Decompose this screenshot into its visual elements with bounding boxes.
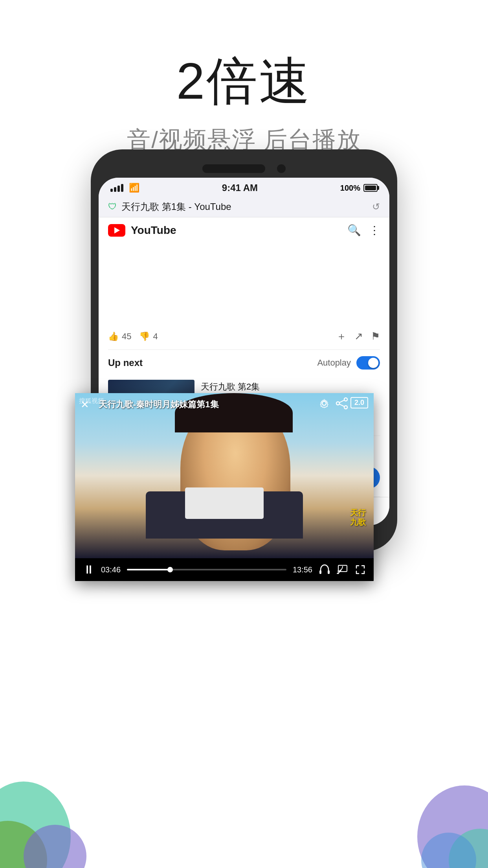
like-button[interactable]: 👍 45 [108, 331, 131, 342]
up-next-header: Up next Autoplay [108, 349, 380, 375]
status-time: 9:41 AM [222, 182, 258, 193]
signal-bar-4 [121, 184, 123, 192]
share-icon[interactable]: ↗ [354, 330, 363, 342]
svg-rect-18 [319, 570, 321, 574]
search-icon[interactable]: 🔍 [347, 224, 361, 237]
progress-dot [167, 567, 173, 572]
video-speed-indicator[interactable]: 2.0 [350, 397, 368, 408]
yt-logo-area: YouTube [108, 224, 176, 237]
url-text: 天行九歌 第1集 - YouTube [121, 200, 367, 213]
thumbs-down-icon: 👎 [139, 331, 150, 342]
signal-bar-2 [114, 187, 116, 192]
flag-icon[interactable]: ⚑ [371, 330, 380, 342]
autoplay-area: Autoplay [317, 356, 380, 370]
headphones-icon[interactable] [319, 564, 330, 576]
svg-point-12 [322, 401, 326, 405]
video-title-1: 天行九歌 第2集 [201, 381, 380, 393]
dislike-button[interactable]: 👎 4 [139, 331, 158, 342]
battery-fill [365, 186, 376, 190]
autoplay-toggle[interactable] [356, 356, 380, 370]
yt-icons: 🔍 ⋮ [347, 224, 380, 237]
progress-fill [127, 569, 170, 570]
phone-container: 📶 9:41 AM 100% 🛡 天行九歌 第1集 - YouTube ↺ [91, 149, 397, 551]
svg-rect-19 [328, 570, 330, 574]
phone-notch [99, 157, 389, 178]
blob-right-bottom [386, 719, 488, 868]
video-info: 👍 45 👎 4 ＋ ↗ ⚑ [99, 322, 389, 349]
video-close-button[interactable]: ✕ [81, 399, 89, 411]
status-bar: 📶 9:41 AM 100% [99, 178, 389, 197]
hero-section: 2倍速 音/视频悬浮 后台播放 [0, 0, 488, 156]
thumbs-up-icon: 👍 [108, 331, 119, 342]
signal-bar-3 [117, 186, 120, 192]
progress-bar[interactable] [127, 569, 286, 570]
yt-play-triangle [114, 227, 120, 234]
svg-point-15 [344, 406, 347, 409]
battery-percent: 100% [340, 184, 360, 193]
youtube-logo-icon[interactable] [108, 224, 125, 237]
settings-icon[interactable] [318, 397, 330, 410]
toggle-knob [368, 358, 378, 368]
dislike-count: 4 [153, 331, 158, 342]
share-icon[interactable] [336, 397, 348, 410]
autoplay-label: Autoplay [317, 358, 351, 368]
wifi-icon: 📶 [129, 183, 139, 193]
battery-icon [363, 184, 378, 192]
like-count: 45 [122, 331, 131, 342]
svg-point-13 [344, 398, 347, 401]
svg-line-16 [339, 400, 344, 403]
up-next-label: Up next [108, 357, 143, 368]
blob-left-bottom [0, 711, 110, 868]
signal-bar-1 [110, 189, 113, 192]
status-left: 📶 [110, 183, 139, 193]
video-spacer [99, 243, 389, 322]
video-overlay-title: 天行九歌-秦时明月姊妹篇第1集 [99, 399, 350, 410]
phone-speaker [202, 164, 265, 173]
player-controls: ⏸ 03:46 13:56 [75, 558, 374, 581]
svg-point-14 [336, 402, 339, 405]
fullscreen-icon[interactable] [355, 564, 366, 575]
cast-icon[interactable] [337, 564, 349, 576]
video-actions: 👍 45 👎 4 ＋ ↗ ⚑ [108, 329, 380, 343]
yt-brand-name: YouTube [131, 224, 176, 237]
reload-icon[interactable]: ↺ [372, 201, 380, 212]
total-duration: 13:56 [293, 565, 312, 574]
url-bar[interactable]: 🛡 天行九歌 第1集 - YouTube ↺ [99, 197, 389, 217]
youtube-topbar: YouTube 🔍 ⋮ [99, 217, 389, 243]
status-right: 100% [340, 184, 378, 193]
shield-icon: 🛡 [108, 202, 117, 212]
phone-camera [277, 164, 286, 173]
more-options-icon[interactable]: ⋮ [369, 224, 380, 237]
pause-button[interactable]: ⏸ [83, 563, 95, 576]
video-content-area: 搜狐视频 ✕ 天行九歌-秦时明月姊妹篇第1集 2.0 天行 九歌 [75, 393, 374, 558]
video-logo: 天行 九歌 [350, 508, 366, 527]
character-collar [185, 487, 264, 519]
hero-title: 2倍速 [0, 47, 488, 116]
current-time: 03:46 [101, 565, 121, 574]
add-to-playlist-icon[interactable]: ＋ [336, 329, 347, 343]
floating-video-player: 搜狐视频 ✕ 天行九歌-秦时明月姊妹篇第1集 2.0 天行 九歌 ⏸ 03:46 [75, 393, 374, 581]
signal-bars [110, 184, 123, 192]
svg-rect-20 [337, 573, 339, 574]
svg-line-17 [339, 404, 344, 406]
